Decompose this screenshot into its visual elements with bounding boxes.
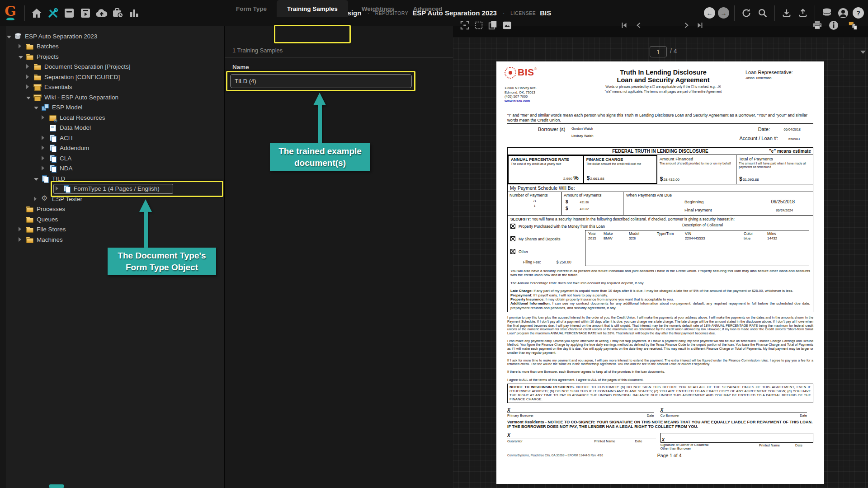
address-line: (405) 507-7000 — [505, 94, 537, 99]
expander-closed-icon[interactable] — [26, 84, 32, 90]
tree-item-repository[interactable]: ESP Auto Separation 2023 — [6, 31, 223, 42]
expander-closed-icon[interactable] — [19, 236, 24, 243]
print-icon[interactable] — [811, 19, 823, 31]
forward-icon[interactable]: → — [718, 7, 729, 19]
beginning-label: Beginning — [684, 199, 703, 204]
prepayment-line: Prepayment: If I payoff early, I will no… — [510, 293, 810, 297]
tree-item-document-separation[interactable]: Document Separation [Projects] — [6, 62, 223, 72]
tree-item-tild[interactable]: TILD — [6, 174, 223, 184]
tree-item-cla[interactable]: CLA — [6, 153, 223, 164]
expander-open-icon[interactable] — [34, 175, 39, 182]
expander-closed-icon[interactable] — [42, 135, 47, 141]
tab-weightings[interactable]: Weightings — [356, 0, 400, 17]
divider — [774, 5, 775, 21]
annotation-arrow-shaft — [318, 104, 322, 143]
copy-page-icon[interactable] — [487, 19, 499, 31]
tree-item-machines[interactable]: Machines — [6, 235, 223, 245]
expander-open-icon[interactable] — [19, 53, 24, 60]
search-icon[interactable] — [756, 6, 769, 20]
tab-advanced[interactable]: Advanced — [407, 0, 448, 17]
expander-closed-icon[interactable] — [42, 145, 47, 151]
bis-logo-text: BIS — [518, 67, 534, 77]
tree-item-projects[interactable]: Projects — [6, 52, 223, 62]
expander-open-icon[interactable] — [7, 33, 12, 40]
tree-item-data-model[interactable]: Data Model — [6, 123, 223, 133]
download-icon[interactable] — [780, 6, 793, 20]
expander-closed-icon[interactable] — [26, 74, 32, 80]
expander-closed-icon[interactable] — [42, 114, 47, 121]
payment-schedule-table: Number of Payments 71 1 Amount of Paymen… — [508, 192, 813, 215]
image-view-icon[interactable] — [501, 19, 513, 31]
home-icon[interactable] — [30, 6, 43, 20]
tree-scrollbar-gutter[interactable] — [0, 26, 6, 488]
expander-closed-icon[interactable] — [19, 226, 24, 233]
tab-form-type[interactable]: Form Type — [229, 0, 274, 17]
finance-charge-value: $2,661.88 — [587, 175, 604, 181]
expander-open-icon[interactable] — [26, 94, 32, 101]
tree-item-label: File Stores — [37, 226, 66, 233]
checkbox-label: My Shares and Deposits — [519, 237, 561, 241]
fit-page-icon[interactable] — [459, 19, 471, 31]
tree-item-esp-model[interactable]: ESP Model — [6, 103, 223, 113]
annotation-trained-example: The trained example document(s) — [270, 143, 370, 171]
tree-item-batches[interactable]: Batches — [6, 42, 223, 52]
security-intro: SECURITY: You will have a security inter… — [510, 217, 810, 221]
expander-closed-icon[interactable] — [42, 155, 47, 162]
grooper-logo[interactable]: G — [0, 0, 21, 26]
expander-open-icon[interactable] — [34, 104, 39, 111]
prev-page-icon[interactable] — [633, 19, 645, 31]
tree-item-local-resources[interactable]: Local Resources — [6, 113, 223, 123]
tree-item-formtype-1[interactable]: FormType 1 (4 Pages / English) — [53, 184, 173, 194]
last-page-icon[interactable] — [694, 19, 706, 31]
chevron-down-icon[interactable] — [860, 51, 866, 54]
batch-run-icon[interactable] — [79, 6, 92, 20]
archive-box-icon[interactable] — [62, 6, 76, 20]
page-tree-icon[interactable] — [847, 19, 859, 31]
licensee-value[interactable]: BIS — [540, 9, 551, 17]
next-page-icon[interactable] — [680, 19, 692, 31]
tree-item-addendum[interactable]: Addendum — [6, 143, 223, 154]
tree-item-ach[interactable]: ACH — [6, 133, 223, 143]
database-icon[interactable] — [820, 6, 834, 20]
training-sample-item[interactable]: TILD (4) — [230, 74, 412, 88]
tree-item-essentials[interactable]: Essentials — [6, 82, 223, 93]
tree-item-wiki[interactable]: Wiki - ESP Auto Separation — [6, 92, 223, 103]
loan-rep-name: Jason Tinderman — [745, 76, 813, 80]
tree-item-esp-tester[interactable]: ESP Tester — [6, 194, 223, 204]
document-title: Truth In Lending Disclosure Loan and Sec… — [566, 69, 760, 94]
tasks-clock-icon[interactable] — [111, 6, 125, 20]
date-label: Date: — [758, 127, 770, 132]
tree-item-file-stores[interactable]: File Stores — [6, 225, 223, 235]
tree-item-queues[interactable]: Queues — [6, 214, 223, 225]
user-icon[interactable] — [836, 6, 850, 20]
refresh-icon[interactable] — [740, 6, 753, 20]
tree-item-separation-configured[interactable]: Separation [CONFIGURED] — [6, 72, 223, 82]
expander-closed-icon[interactable] — [34, 196, 39, 202]
back-icon[interactable]: ← — [704, 7, 715, 19]
tools-icon[interactable] — [46, 6, 60, 20]
upload-icon[interactable] — [796, 6, 810, 20]
expander-closed-icon[interactable] — [19, 43, 24, 50]
collateral-grid: Property Purchased with the Money from t… — [510, 223, 810, 266]
help-icon[interactable]: ? — [853, 7, 864, 19]
total-payments-title: Total of Payments — [739, 156, 811, 161]
tab-training-samples[interactable]: Training Samples — [277, 0, 348, 17]
app-window: G PAGE Design · REPOSITORY E — [0, 0, 868, 488]
expander-closed-icon[interactable] — [26, 63, 32, 70]
tree-item-label: ESP Tester — [52, 196, 82, 202]
expander-closed-icon[interactable] — [56, 185, 61, 192]
package-icon — [33, 94, 41, 101]
stats-chart-icon[interactable] — [127, 6, 141, 20]
select-region-icon[interactable] — [473, 19, 485, 31]
info-icon[interactable] — [828, 19, 840, 31]
page-number-input[interactable]: 1 — [650, 46, 667, 57]
tree-item-processes[interactable]: Processes — [6, 204, 223, 215]
samples-count: 1 Training Samples — [232, 47, 283, 54]
cloud-upload-icon[interactable] — [95, 6, 108, 20]
first-page-icon[interactable] — [618, 19, 630, 31]
finance-charge-title: FINANCE CHARGE — [586, 157, 654, 162]
horizontal-scrollbar-thumb[interactable] — [49, 484, 64, 488]
signature-row-2: X Guarantor Printed Name Date X Signatur… — [507, 433, 813, 451]
tree-item-nda[interactable]: NDA — [6, 164, 223, 174]
expander-closed-icon[interactable] — [42, 165, 47, 172]
